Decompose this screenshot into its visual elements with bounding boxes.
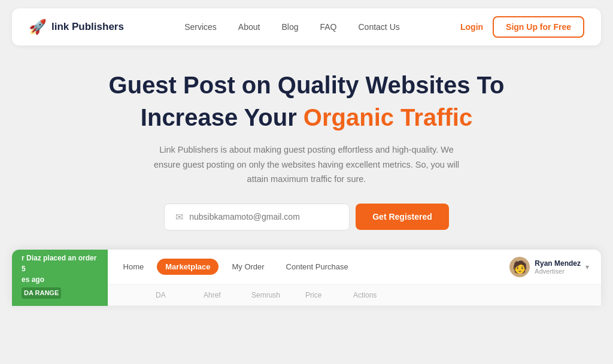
nav-faq[interactable]: FAQ [320,22,336,32]
chevron-down-icon: ▾ [585,263,589,271]
dash-nav-home[interactable]: Home [115,259,153,275]
user-role: Advertiser [535,268,581,275]
col-da: DA [156,291,204,299]
dash-nav-content[interactable]: Content Purchase [278,259,357,275]
dashboard-user[interactable]: 🧑 Ryan Mendez Advertiser ▾ [509,257,589,277]
hero-section: Guest Post on Quality Websites To Increa… [97,71,517,250]
main-navbar: 🚀 link Publishers Services About Blog FA… [12,8,601,46]
dashboard-nav: Home Marketplace My Order Content Purcha… [115,259,496,275]
nav-services[interactable]: Services [184,22,217,32]
toast-badge: DA RANGE [22,287,61,299]
logo-icon: 🚀 [29,19,47,35]
col-ahref: Ahref [204,291,251,299]
dash-nav-myorder[interactable]: My Order [223,259,272,275]
col-actions: Actions [353,291,413,299]
dashboard-preview: 🚀 link Publishers Home Marketplace My Or… [12,250,601,306]
hero-title-line2: Increase Your Organic Traffic [109,103,505,132]
email-icon: ✉ [175,211,183,223]
dash-nav-marketplace[interactable]: Marketplace [157,259,219,275]
nav-blog[interactable]: Blog [281,22,298,32]
user-info: Ryan Mendez Advertiser [535,259,581,275]
nav-actions: Login Sign Up for Free [460,16,584,38]
hero-title-dark: Increase Your [141,104,297,131]
col-price: Price [305,291,353,299]
login-link[interactable]: Login [460,22,483,32]
signup-button[interactable]: Sign Up for Free [493,16,584,38]
register-button[interactable]: Get Registered [356,204,449,230]
logo[interactable]: 🚀 link Publishers [29,19,124,35]
col-semrush: Semrush [251,291,305,299]
email-form: ✉ Get Registered [109,204,505,230]
hero-subtitle: Link Publishers is about making guest po… [151,142,462,187]
nav-contact[interactable]: Contact Us [359,22,400,32]
user-name: Ryan Mendez [535,259,581,268]
logo-text: link Publishers [51,21,124,33]
user-avatar: 🧑 [509,257,530,277]
hero-title-orange: Organic Traffic [304,104,472,131]
hero-title-line1: Guest Post on Quality Websites To [109,71,505,99]
nav-about[interactable]: About [238,22,260,32]
toast-notification: r Diaz placed an order 5es ago DA RANGE [12,250,108,306]
nav-links: Services About Blog FAQ Contact Us [184,22,400,32]
toast-text: r Diaz placed an order 5es ago [22,254,96,284]
email-input-wrapper: ✉ [164,204,350,230]
email-input[interactable] [189,212,338,222]
